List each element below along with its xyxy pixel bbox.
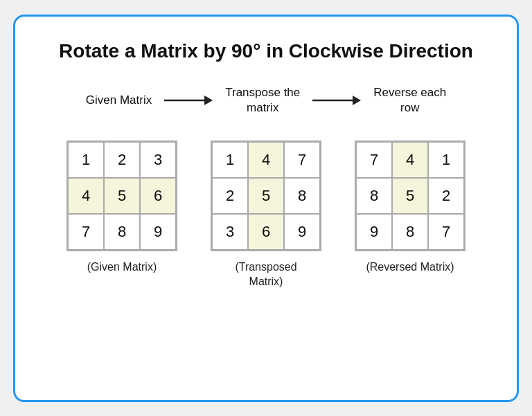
cell: 5 [104, 178, 140, 214]
matrix-grid-given: 1 2 3 4 5 6 7 8 9 [66, 141, 177, 251]
cell: 9 [356, 214, 392, 250]
matrix-caption-given: (Given Matrix) [87, 260, 157, 275]
cell: 7 [68, 214, 104, 250]
matrix-block-transposed: 1 4 7 2 5 8 3 6 9 (TransposedMatrix) [211, 141, 321, 289]
cell: 1 [68, 142, 104, 178]
cell: 6 [140, 178, 176, 214]
cell: 8 [104, 214, 140, 250]
matrix-grid-transposed: 1 4 7 2 5 8 3 6 9 [211, 141, 321, 251]
cell: 4 [248, 142, 284, 178]
cell: 5 [392, 178, 428, 214]
page-title: Rotate a Matrix by 90° in Clockwise Dire… [59, 39, 473, 63]
matrix-caption-reversed: (Reversed Matrix) [366, 260, 454, 275]
cell: 1 [212, 142, 248, 178]
cell: 8 [392, 214, 428, 250]
steps-row: Given Matrix Transpose thematrix Reverse… [43, 85, 489, 116]
cell: 5 [248, 178, 284, 214]
step-label-0: Given Matrix [86, 93, 152, 108]
cell: 2 [212, 178, 248, 214]
svg-marker-1 [204, 96, 213, 105]
svg-marker-3 [353, 96, 361, 105]
arrow-1 [164, 93, 213, 108]
cell: 8 [356, 178, 392, 214]
cell: 4 [392, 142, 428, 178]
step-label-1: Transpose thematrix [225, 85, 300, 116]
cell: 3 [140, 142, 176, 178]
cell: 4 [68, 178, 104, 214]
matrix-caption-transposed: (TransposedMatrix) [235, 260, 296, 289]
cell: 8 [284, 178, 320, 214]
main-card: Rotate a Matrix by 90° in Clockwise Dire… [13, 15, 519, 402]
matrix-block-given: 1 2 3 4 5 6 7 8 9 (Given Matrix) [66, 141, 177, 275]
cell: 9 [284, 214, 320, 250]
arrow-2 [312, 93, 361, 108]
cell: 6 [248, 214, 284, 250]
matrices-row: 1 2 3 4 5 6 7 8 9 (Given Matrix) 1 4 7 2… [43, 141, 489, 289]
cell: 7 [428, 214, 464, 250]
cell: 9 [140, 214, 176, 250]
matrix-grid-reversed: 7 4 1 8 5 2 9 8 7 [355, 141, 466, 251]
cell: 2 [428, 178, 464, 214]
cell: 3 [212, 214, 248, 250]
cell: 7 [356, 142, 392, 178]
cell: 1 [428, 142, 464, 178]
cell: 2 [104, 142, 140, 178]
step-label-2: Reverse eachrow [373, 85, 446, 116]
matrix-block-reversed: 7 4 1 8 5 2 9 8 7 (Reversed Matrix) [355, 141, 466, 275]
cell: 7 [284, 142, 320, 178]
